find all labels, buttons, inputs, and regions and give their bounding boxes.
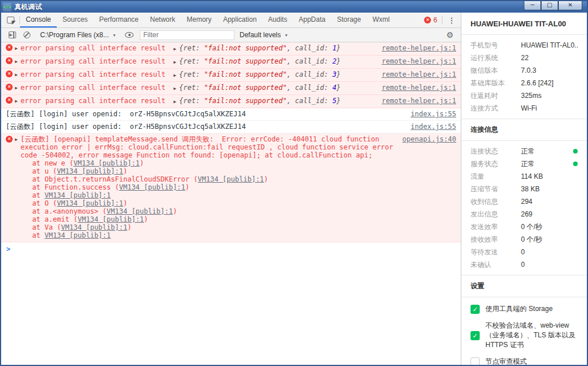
log-levels-selector[interactable]: Default levels ▼ [234, 31, 293, 39]
source-link[interactable]: remote-helper.js:1 [374, 84, 456, 92]
close-button[interactable]: ✕ [558, 1, 582, 10]
stack-source-link[interactable]: VM134 [publib]:1 [77, 215, 144, 223]
tab-console[interactable]: Console [20, 13, 57, 27]
info-value: 7.0.3 [521, 66, 578, 74]
checkbox-checked-icon[interactable]: ✓ [471, 331, 480, 340]
info-row: 未确认0 [471, 258, 578, 271]
tab-appdata[interactable]: AppData [293, 13, 331, 27]
checkbox-unchecked-icon[interactable] [471, 357, 480, 365]
preview-mid: , call_id: [287, 84, 332, 92]
checkbox-checked-icon[interactable]: ✓ [471, 305, 480, 314]
error-message: [云函数] [openapi] templateMessage.send 调用失… [21, 135, 394, 159]
console-error-row: ✕▶error parsing call interface result▶{r… [1, 56, 461, 69]
object-preview[interactable]: ▶{ret: "fail:not supported", call_id: 5} [171, 97, 341, 106]
preview-close: } [336, 84, 340, 92]
tab-performance[interactable]: Performance [93, 13, 144, 27]
stack-source-link[interactable]: VM134 [publib]:1 [119, 183, 186, 191]
source-link[interactable]: remote-helper.js:1 [374, 70, 456, 79]
info-value: 2.6.6 [242] [521, 79, 578, 87]
error-badge-icon: ✕ [424, 17, 431, 23]
device-info-section: 手机型号HUAWEI TIT-AL0...运行系统22微信版本7.0.3基础库版… [461, 35, 587, 119]
source-link[interactable]: remote-helper.js:1 [374, 97, 456, 105]
stack-frame: at Function.success (VM134 [publib]:1) [6, 183, 456, 191]
stack-source-link[interactable]: VM134 [publib]:1 [57, 167, 123, 175]
info-label: 微信版本 [471, 66, 521, 76]
console-prompt[interactable]: > [1, 242, 461, 256]
source-link[interactable]: openapi.js:40 [402, 135, 456, 143]
error-message: error parsing call interface result [21, 97, 166, 105]
tab-application[interactable]: Application [217, 13, 262, 27]
info-value: 0 个/秒 [521, 222, 578, 232]
info-value: 22 [521, 54, 578, 62]
info-label: 基础库版本 [471, 78, 521, 88]
info-row: 运行系统22 [471, 52, 578, 64]
info-value: 0 [521, 248, 578, 256]
app-window: </> 真机调试 ─ □ ✕ ◤ ConsoleSourcesPerforman… [0, 0, 588, 366]
info-value: 正常 [521, 147, 573, 156]
info-label: 往返耗时 [471, 91, 521, 101]
stack-source-link[interactable]: VM134 [publib]:1 [45, 191, 111, 199]
source-link[interactable]: remote-helper.js:1 [374, 44, 456, 53]
info-value: 正常 [521, 159, 573, 169]
error-message: error parsing call interface result [21, 44, 166, 53]
checkbox-label: 不校验合法域名、web-view（业务域名）、TLS 版本以及 HTTPS 证书 [485, 321, 578, 350]
more-menu-button[interactable]: ⋮ [442, 13, 461, 27]
error-icon: ✕ [6, 57, 13, 64]
maximize-button[interactable]: □ [541, 1, 558, 10]
tab-network[interactable]: Network [144, 13, 181, 27]
tab-sources[interactable]: Sources [57, 13, 93, 27]
object-preview[interactable]: ▶{ret: "fail:not supported", call_id: 1} [171, 44, 341, 53]
error-icon: ✕ [6, 84, 13, 90]
stack-source-link[interactable]: VM134 [publib]:1 [107, 207, 173, 215]
execution-context-selector[interactable]: C:\Program Files (x8... ▼ [35, 31, 121, 39]
preview-mid: , call_id: [287, 97, 332, 105]
console-settings-button[interactable]: ⚙ [442, 30, 457, 40]
console-pane: ✕▶error parsing call interface result▶{r… [1, 42, 461, 365]
show-sidebar-button[interactable]: ▶ [5, 32, 19, 38]
preview-triangle-icon: ▶ [174, 60, 177, 65]
filter-input[interactable] [140, 30, 234, 40]
preview-close: } [336, 70, 340, 78]
log-message: [云函数] [login] user openid: orZ-H5BpnsvCG… [6, 110, 246, 119]
stack-source-link[interactable]: VM134 [publib]:1 [57, 199, 123, 207]
console-error-row: ✕▶error parsing call interface result▶{r… [1, 69, 461, 82]
stack-source-link[interactable]: VM134 [publib]:1 [45, 231, 111, 239]
source-link[interactable]: index.js:55 [403, 110, 456, 119]
settings-section: ✓使用工具端的 Storage✓不校验合法域名、web-view（业务域名）、T… [461, 297, 587, 365]
source-link[interactable]: index.js:55 [403, 123, 456, 131]
checkbox-label: 节点审查模式 [485, 357, 578, 365]
stack-source-link[interactable]: VM134 [publib]:1 [198, 175, 264, 183]
expand-triangle-icon[interactable]: ▶ [15, 135, 18, 144]
stack-source-link[interactable]: VM134 [publib]:1 [73, 159, 140, 167]
error-count-badge[interactable]: ✕ 6 [420, 13, 442, 27]
inspect-element-button[interactable]: ◤ [1, 13, 19, 27]
expand-triangle-icon[interactable]: ▶ [15, 70, 18, 79]
clear-console-button[interactable] [19, 32, 34, 38]
stack-frame: at Va (VM134 [publib]:1) [6, 223, 456, 231]
preview-open: {ret: [179, 84, 204, 92]
source-link[interactable]: remote-helper.js:1 [374, 57, 456, 66]
error-message: error parsing call interface result [21, 70, 166, 79]
tab-storage[interactable]: Storage [331, 13, 367, 27]
minimize-button[interactable]: ─ [524, 1, 541, 10]
info-label: 未确认 [471, 260, 521, 270]
stack-frame: at u (VM134 [publib]:1) [6, 167, 456, 175]
expand-triangle-icon[interactable]: ▶ [15, 97, 18, 105]
tab-audits[interactable]: Audits [262, 13, 293, 27]
tab-bar: ◤ ConsoleSourcesPerformanceNetworkMemory… [1, 13, 461, 28]
settings-checkbox-row: ✓使用工具端的 Storage [471, 304, 578, 314]
preview-mid: , call_id: [287, 57, 332, 65]
tab-wxml[interactable]: Wxml [367, 13, 395, 27]
object-preview[interactable]: ▶{ret: "fail:not supported", call_id: 3} [171, 70, 341, 80]
tab-memory[interactable]: Memory [181, 13, 217, 27]
expand-triangle-icon[interactable]: ▶ [15, 57, 18, 66]
object-preview[interactable]: ▶{ret: "fail:not supported", call_id: 4} [171, 84, 341, 93]
live-expression-button[interactable] [122, 32, 137, 38]
console-log-row: [云函数] [login] user openid: orZ-H5BpnsvCG… [1, 121, 461, 133]
object-preview[interactable]: ▶{ret: "fail:not supported", call_id: 2} [171, 57, 341, 66]
preview-triangle-icon: ▶ [174, 73, 177, 78]
window-title: 真机调试 [14, 2, 42, 12]
expand-triangle-icon[interactable]: ▶ [15, 84, 18, 92]
stack-source-link[interactable]: VM134 [publib]:1 [61, 223, 128, 231]
expand-triangle-icon[interactable]: ▶ [15, 44, 18, 53]
